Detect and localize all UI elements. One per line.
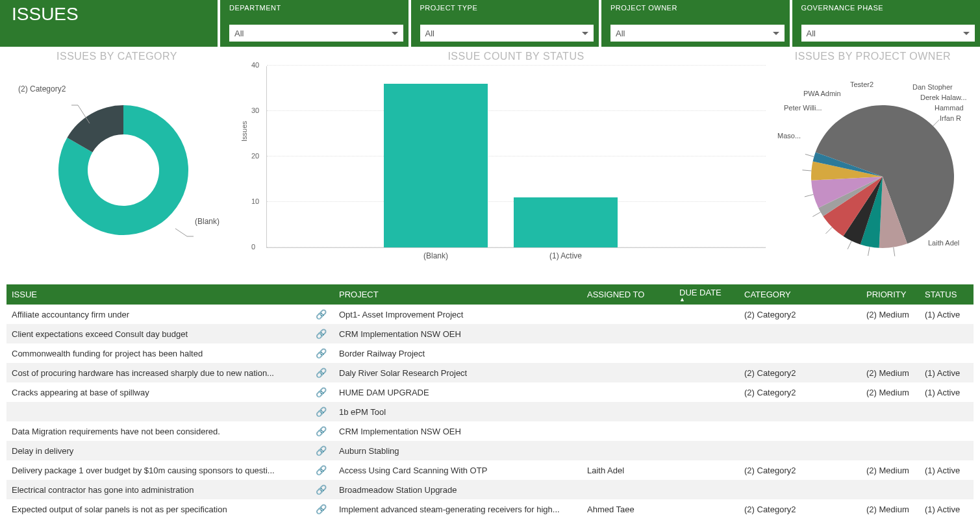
table-row[interactable]: Data Migration requirements have not bee… [6, 421, 974, 441]
cell-assigned [582, 311, 674, 318]
cell-due [674, 369, 739, 376]
cell-link[interactable]: 🔗 [308, 384, 334, 401]
pie-label: Hammad [935, 104, 964, 112]
table-row[interactable]: Electrical contractor has gone into admi… [6, 480, 974, 499]
cell-assigned [582, 486, 674, 493]
link-icon: 🔗 [316, 465, 327, 475]
chevron-down-icon [582, 32, 588, 35]
sort-ascending-icon: ▲ [679, 297, 734, 301]
cell-link[interactable]: 🔗 [308, 403, 334, 420]
cell-link[interactable]: 🔗 [308, 481, 334, 498]
table-row[interactable]: 🔗1b ePM Tool [6, 402, 974, 421]
cell-priority: (2) Medium [861, 365, 920, 381]
cell-due [674, 447, 739, 454]
link-icon: 🔗 [316, 329, 327, 339]
cell-project: CRM Implementation NSW OEH [334, 326, 582, 342]
bar-category-label: (Blank) [384, 251, 488, 260]
filter-select-department[interactable]: All [229, 25, 403, 42]
filter-project-owner: PROJECT OWNER All [599, 0, 790, 47]
cell-assigned: Laith Adel [582, 462, 674, 479]
col-due-date[interactable]: DUE DATE ▲ [674, 284, 739, 305]
bar-plot-area: 010203040(Blank)(1) Active [266, 66, 766, 248]
bar[interactable] [384, 84, 488, 247]
chart-issues-by-category[interactable]: ISSUES BY CATEGORY (2) Category2 (Blank) [6, 51, 227, 263]
cell-issue: Delay in delivery [6, 443, 308, 459]
link-icon: 🔗 [316, 406, 327, 417]
chevron-down-icon [963, 32, 970, 35]
col-project[interactable]: PROJECT [334, 286, 582, 303]
table-header-row: ISSUE PROJECT ASSIGNED TO DUE DATE ▲ CAT… [6, 284, 974, 305]
cell-link[interactable]: 🔗 [308, 364, 334, 381]
cell-issue: Client expectations exceed Consult day b… [6, 326, 308, 342]
filter-select-governance-phase[interactable]: All [801, 25, 975, 42]
link-icon: 🔗 [316, 368, 327, 378]
filter-select-project-owner[interactable]: All [610, 25, 785, 42]
cell-link[interactable]: 🔗 [308, 501, 334, 518]
filter-select-project-type[interactable]: All [420, 25, 594, 42]
cell-due [674, 389, 739, 395]
cell-assigned [582, 369, 674, 376]
col-status[interactable]: STATUS [920, 286, 974, 303]
cell-link[interactable]: 🔗 [308, 442, 334, 459]
table-row[interactable]: Affiliate accountancy firm under🔗Opt1- A… [6, 305, 974, 324]
cell-due [674, 486, 739, 493]
cell-link[interactable]: 🔗 [308, 306, 334, 323]
table-row[interactable]: Commonwealth funding for project has bee… [6, 343, 974, 363]
filter-value: All [616, 29, 625, 38]
cell-project: Implement advanced steam-generating rece… [334, 501, 582, 518]
chart-title: ISSUES BY PROJECT OWNER [772, 51, 974, 62]
cell-link[interactable]: 🔗 [308, 462, 334, 479]
cell-project: Daly River Solar Research Project [334, 365, 582, 381]
cell-link[interactable]: 🔗 [308, 345, 334, 362]
cell-priority [861, 331, 920, 337]
table-row[interactable]: Delay in delivery🔗Auburn Stabling [6, 441, 974, 460]
cell-category: (2) Category2 [739, 365, 861, 381]
filter-label: PROJECT OWNER [610, 4, 785, 12]
chart-title: ISSUE COUNT BY STATUS [266, 51, 766, 62]
gridline: 30 [267, 110, 766, 111]
cell-due [674, 331, 739, 337]
filter-value: All [234, 29, 244, 38]
col-category[interactable]: CATEGORY [739, 286, 861, 303]
svg-line-8 [825, 227, 832, 234]
table-row[interactable]: Delivery package 1 over budget by $10m c… [6, 460, 974, 480]
link-icon: 🔗 [316, 348, 327, 358]
cell-due [674, 506, 739, 512]
col-issue[interactable]: ISSUE [6, 286, 308, 303]
cell-priority [861, 408, 920, 415]
filter-project-type: PROJECT TYPE All [408, 0, 599, 47]
cell-link[interactable]: 🔗 [308, 423, 334, 440]
filter-value: All [807, 29, 816, 38]
chart-issues-by-project-owner[interactable]: ISSUES BY PROJECT OWNER Laith AdelMaso..… [772, 51, 974, 263]
bar[interactable] [514, 197, 618, 247]
cell-link[interactable]: 🔗 [308, 325, 334, 342]
pie-label: PWA Admin [803, 90, 841, 97]
cell-project: Border Railway Project [334, 345, 582, 362]
cell-due [674, 350, 739, 356]
charts-row: ISSUES BY CATEGORY (2) Category2 (Blank)… [0, 47, 980, 266]
header-bar: ISSUES DEPARTMENT All PROJECT TYPE All P… [0, 0, 980, 47]
cell-project: CRM Implementation NSW OEH [334, 423, 582, 440]
col-assigned-to[interactable]: ASSIGNED TO [582, 286, 674, 303]
cell-category [739, 486, 861, 493]
cell-assigned [582, 331, 674, 337]
cell-priority: (2) Medium [861, 306, 920, 323]
cell-assigned [582, 447, 674, 454]
chart-title: ISSUES BY CATEGORY [6, 51, 227, 62]
pie-label: Dan Stopher [912, 83, 953, 91]
cell-priority [861, 428, 920, 434]
table-row[interactable]: Cost of procuring hardware has increased… [6, 363, 974, 382]
table-row[interactable]: Client expectations exceed Consult day b… [6, 324, 974, 343]
svg-line-12 [805, 154, 814, 156]
svg-line-2 [175, 229, 187, 236]
cell-category [739, 408, 861, 415]
cell-status [920, 486, 974, 493]
chart-issue-count-by-status[interactable]: ISSUE COUNT BY STATUS Issues 010203040(B… [234, 51, 766, 263]
table-row[interactable]: Cracks appearing at base of spillway🔗HUM… [6, 382, 974, 402]
cell-status: (1) Active [920, 501, 974, 518]
cell-project: Auburn Stabling [334, 443, 582, 459]
link-icon: 🔗 [316, 387, 327, 397]
col-priority[interactable]: PRIORITY [861, 286, 920, 303]
issues-table: ISSUE PROJECT ASSIGNED TO DUE DATE ▲ CAT… [6, 284, 974, 519]
table-row[interactable]: Expected output of solar panels is not a… [6, 499, 974, 519]
